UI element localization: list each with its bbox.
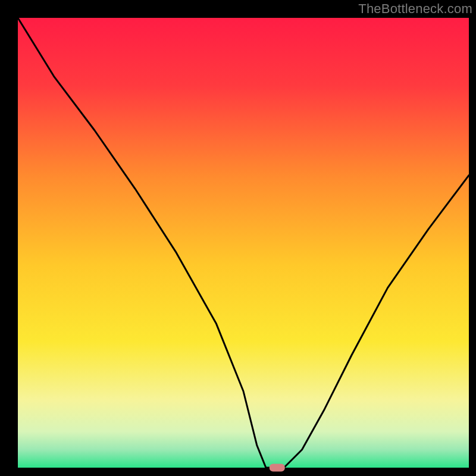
watermark-text: TheBottleneck.com bbox=[358, 1, 472, 17]
bottleneck-chart bbox=[0, 0, 476, 476]
chart-container: TheBottleneck.com bbox=[0, 0, 476, 476]
plot-background bbox=[18, 18, 469, 468]
optimal-marker bbox=[270, 464, 285, 472]
